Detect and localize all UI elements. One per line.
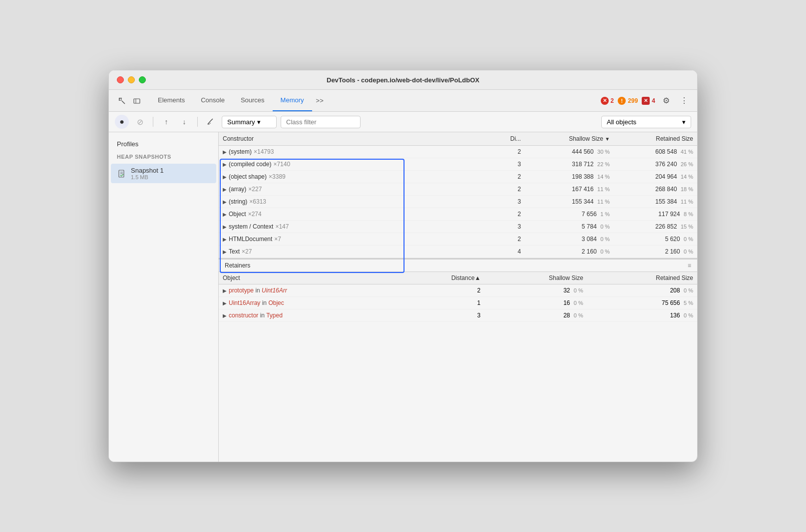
all-objects-dropdown[interactable]: All objects ▾ [601,116,691,128]
chevron-down-icon: ▾ [257,118,261,126]
shallow-size-cell: 2 160 0 % [525,246,614,258]
more-menu-button[interactable]: ⋮ [677,94,691,108]
retained-size-cell: 268 840 18 % [614,183,697,196]
clear-button[interactable] [204,115,218,129]
distance-cell: 3 [491,158,525,171]
table-row[interactable]: ▶(system)×147932444 560 30 %608 548 41 % [219,146,697,158]
devtools-mode-icons [115,94,144,108]
col-shallow-size: Shallow Size ▼ [525,132,614,146]
table-row[interactable]: ▶(string)×63133155 344 11 %155 384 11 % [219,196,697,208]
retainer-retained-cell: 136 0 % [587,309,697,322]
retained-size-cell: 155 384 11 % [614,196,697,208]
constructor-cell: ▶HTMLDocument×7 [219,233,491,246]
retained-size-cell: 204 964 14 % [614,171,697,183]
info-icon: ✕ [642,97,650,105]
distance-cell: 2 [491,233,525,246]
tab-bar: Elements Console Sources Memory >> ✕ 2 !… [109,90,697,112]
tab-sources[interactable]: Sources [233,90,273,111]
stop-button[interactable]: ⊘ [133,115,147,129]
info-badge: ✕ 4 [642,97,655,105]
table-row[interactable]: ▶system / Context×14735 784 0 %226 852 1… [219,221,697,233]
tab-console[interactable]: Console [193,90,233,111]
maximize-button[interactable] [139,76,146,83]
retained-size-cell: 117 924 8 % [614,208,697,221]
record-button[interactable]: ● [115,115,129,129]
frame-icon[interactable] [130,94,144,108]
error-badge: ✕ 2 [601,97,614,105]
constructor-cell: ▶(string)×6313 [219,196,491,208]
retainers-section: Retainers ≡ Object Distance▲ Shallow Siz… [219,258,697,322]
retainer-retained-cell: 75 656 5 % [587,297,697,309]
tab-overflow[interactable]: >> [312,90,328,111]
window-title: DevTools - codepen.io/web-dot-dev/live/P… [327,76,479,84]
retainer-row[interactable]: ▶constructor in Typed328 0 %136 0 % [219,309,697,322]
table-row[interactable]: ▶Object×27427 656 1 %117 924 8 % [219,208,697,221]
class-filter-input[interactable] [281,116,361,128]
table-row[interactable]: ▶(compiled code)×71403318 712 22 %376 24… [219,158,697,171]
distance-cell: 4 [491,246,525,258]
error-icon: ✕ [601,97,609,105]
distance-cell: 2 [491,208,525,221]
constructor-cell: ▶(compiled code)×7140 [219,158,491,171]
distance-cell: 2 [491,183,525,196]
download-button[interactable]: ↓ [177,115,191,129]
summary-dropdown[interactable]: Summary ▾ [222,116,277,128]
shallow-size-cell: 198 388 14 % [525,171,614,183]
traffic-lights [117,76,146,83]
broom-icon [206,117,215,127]
constructor-cell: ▶(array)×227 [219,183,491,196]
table-row[interactable]: ▶(array)×2272167 416 11 %268 840 18 % [219,183,697,196]
retainer-row[interactable]: ▶prototype in Uint16Arr232 0 %208 0 % [219,284,697,297]
shallow-size-cell: 155 344 11 % [525,196,614,208]
distance-cell: 3 [491,221,525,233]
titlebar: DevTools - codepen.io/web-dot-dev/live/P… [109,70,697,90]
heap-snapshots-title: HEAP SNAPSHOTS [109,152,218,164]
snapshot-icon [117,169,127,179]
warning-badge: ! 299 [618,97,638,105]
main-panel: Constructor Di... Shallow Size ▼ Retaine… [219,132,697,462]
retainers-menu-icon: ≡ [688,262,691,269]
ret-col-distance: Distance▲ [394,272,484,284]
retained-size-cell: 226 852 15 % [614,221,697,233]
svg-rect-4 [119,98,121,100]
snapshot-size: 1.5 MB [131,174,164,180]
tab-memory[interactable]: Memory [273,90,312,111]
table-row[interactable]: ▶(object shape)×33892198 388 14 %204 964… [219,171,697,183]
shallow-size-cell: 7 656 1 % [525,208,614,221]
table-row[interactable]: ▶HTMLDocument×723 084 0 %5 620 0 % [219,233,697,246]
shallow-size-cell: 167 416 11 % [525,183,614,196]
distance-cell: 3 [491,196,525,208]
retainers-header: Retainers ≡ [219,259,697,272]
close-button[interactable] [117,76,124,83]
retainers-tbody: ▶prototype in Uint16Arr232 0 %208 0 %▶Ui… [219,284,697,322]
sort-arrow-icon: ▼ [605,136,610,142]
table-row[interactable]: ▶Text×2742 160 0 %2 160 0 % [219,246,697,258]
retainer-row[interactable]: ▶Uint16Array in Objec116 0 %75 656 5 % [219,297,697,309]
upload-button[interactable]: ↑ [159,115,173,129]
tab-elements[interactable]: Elements [150,90,193,111]
main-content: Profiles HEAP SNAPSHOTS Snapshot 1 1.5 M… [109,132,697,462]
constructor-table-container[interactable]: Constructor Di... Shallow Size ▼ Retaine… [219,132,697,462]
col-retained-size: Retained Size [614,132,697,146]
retainer-object-cell: ▶prototype in Uint16Arr [219,284,394,297]
settings-button[interactable]: ⚙ [659,94,673,108]
chevron-down-icon-2: ▾ [682,118,686,126]
download-icon: ↓ [183,118,186,126]
retainer-shallow-cell: 32 0 % [484,284,587,297]
sidebar-item-snapshot-1[interactable]: Snapshot 1 1.5 MB [111,164,216,183]
col-distance: Di... [491,132,525,146]
constructor-cell: ▶Text×27 [219,246,491,258]
retainer-object-cell: ▶Uint16Array in Objec [219,297,394,309]
record-icon: ● [119,117,124,126]
retainer-retained-cell: 208 0 % [587,284,697,297]
snapshot-info: Snapshot 1 1.5 MB [131,167,164,180]
retainer-distance-cell: 1 [394,297,484,309]
retained-size-cell: 2 160 0 % [614,246,697,258]
retainer-distance-cell: 3 [394,309,484,322]
constructor-cell: ▶Object×274 [219,208,491,221]
minimize-button[interactable] [128,76,135,83]
distance-cell: 2 [491,171,525,183]
cursor-icon[interactable] [115,94,129,108]
retained-size-cell: 376 240 26 % [614,158,697,171]
constructor-table: Constructor Di... Shallow Size ▼ Retaine… [219,132,697,258]
